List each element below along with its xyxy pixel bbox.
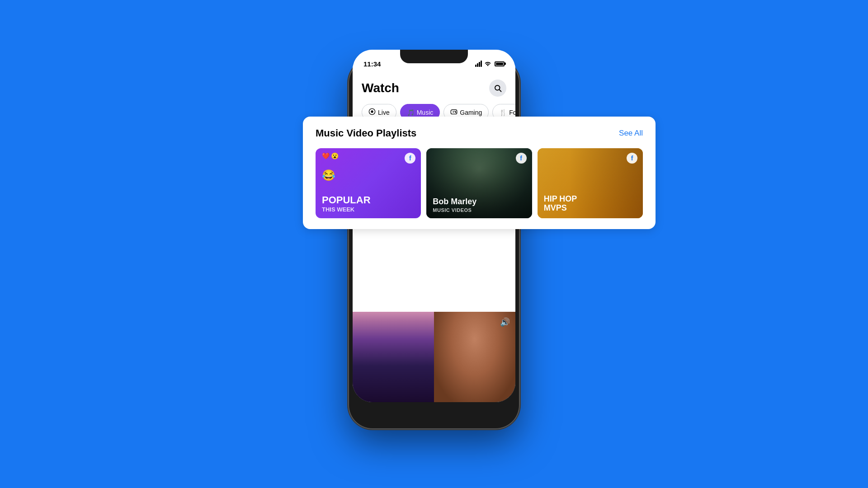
gaming-icon	[450, 108, 458, 116]
svg-line-1	[499, 89, 501, 91]
search-button[interactable]	[489, 80, 506, 97]
status-icons	[475, 58, 505, 67]
video-left	[353, 312, 434, 402]
tab-live-label: Live	[378, 109, 390, 116]
signal-icon	[475, 61, 482, 67]
watch-header: Watch	[353, 72, 515, 102]
bob-subtitle: MUSIC VIDEOS	[433, 207, 525, 213]
fb-badge-popular: f	[405, 153, 415, 164]
tab-music-label: Music	[417, 109, 434, 116]
svg-point-2	[371, 110, 373, 113]
tab-gaming-label: Gaming	[460, 109, 482, 116]
emoji-row: ❤️ 😮	[322, 153, 339, 159]
battery-icon	[495, 61, 505, 66]
popular-title: POPULAR	[322, 195, 415, 205]
hiphop-content: HIP HOP MVPs	[538, 189, 643, 218]
music-icon: 🎵	[407, 109, 415, 116]
playlist-popular[interactable]: ❤️ 😮 f 😂 POPULAR THIS WEEK	[316, 148, 421, 218]
playlist-hiphop[interactable]: f HIP HOP MVPs	[538, 148, 643, 218]
status-time: 11:34	[363, 58, 381, 68]
phone-mockup: 11:34	[339, 41, 529, 447]
video-right: 🔊	[434, 312, 515, 402]
svg-point-8	[456, 112, 456, 113]
playlist-bob-marley[interactable]: f Bob Marley MUSIC VIDEOS	[426, 148, 532, 218]
phone-notch	[400, 50, 468, 63]
popular-subtitle: THIS WEEK	[322, 206, 415, 213]
hiphop-title: HIP HOP	[544, 195, 637, 204]
bob-title: Bob Marley	[433, 197, 525, 206]
card-title: Music Video Playlists	[316, 127, 416, 139]
facebook-logo-popular: f	[405, 153, 415, 164]
wow-emoji: 😮	[331, 153, 339, 159]
see-all-link[interactable]: See All	[619, 129, 643, 138]
playlists-row: ❤️ 😮 f 😂 POPULAR THIS WEEK	[316, 148, 643, 218]
playlist-card: Music Video Playlists See All ❤️ 😮 f 😂	[303, 117, 656, 229]
heart-emoji: ❤️	[322, 153, 330, 159]
facebook-logo-bob: f	[516, 153, 527, 164]
live-icon	[368, 108, 376, 117]
fb-badge-bob: f	[516, 153, 527, 164]
laugh-emoji: 😂	[322, 169, 335, 181]
card-header: Music Video Playlists See All	[316, 127, 643, 139]
fb-badge-hiphop: f	[627, 153, 637, 164]
food-icon: 🍴	[499, 109, 507, 116]
volume-icon[interactable]: 🔊	[500, 317, 510, 327]
bottom-video-section: 🔊	[353, 312, 515, 402]
bob-content: Bob Marley MUSIC VIDEOS	[426, 192, 532, 218]
page-title: Watch	[362, 81, 399, 95]
tab-food-label: Food	[509, 109, 515, 116]
facebook-logo-hiphop: f	[627, 153, 637, 164]
popular-content: POPULAR THIS WEEK	[316, 190, 421, 218]
wifi-icon	[484, 60, 491, 67]
hiphop-subtitle: MVPs	[544, 204, 637, 213]
